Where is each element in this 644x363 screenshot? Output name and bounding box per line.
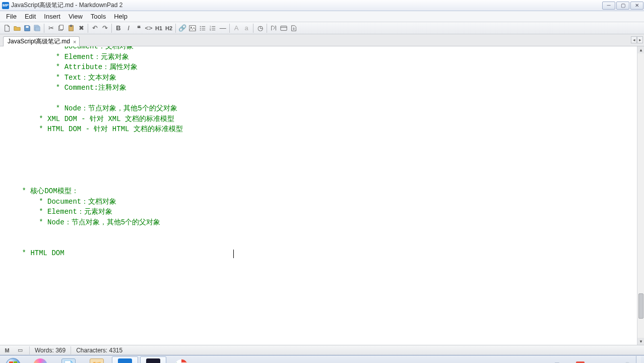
redo-icon[interactable]: ↷ (100, 23, 110, 33)
tab-scroll-right[interactable]: ▸ (637, 36, 643, 43)
export-icon[interactable] (289, 23, 299, 33)
code-icon[interactable]: <> (144, 23, 154, 33)
toolbar: ✂ ✖ ↶ ↷ B I ❝ <> H1 H2 🔗 123 — A a ◷ (0, 22, 644, 34)
image-icon[interactable] (187, 23, 198, 33)
menu-edit[interactable]: Edit (21, 12, 40, 21)
tray-icon-3[interactable]: ◐ (564, 361, 573, 364)
word-count: Words: 369 (35, 347, 66, 354)
bold-icon[interactable]: B (113, 23, 123, 33)
start-button[interactable] (1, 356, 25, 364)
tray-expand-icon[interactable]: ▴ (599, 361, 608, 364)
svg-text:3: 3 (210, 29, 211, 31)
tray-icon-1[interactable]: ◆ (541, 361, 550, 364)
tab-scroll-left[interactable]: ◂ (631, 36, 637, 43)
editor-area[interactable]: * Document：文档对象 * Element：元素对象 * Attribu… (0, 46, 644, 345)
delete-icon[interactable]: ✖ (76, 23, 86, 33)
editor-content[interactable]: * Document：文档对象 * Element：元素对象 * Attribu… (0, 46, 637, 259)
timestamp-icon[interactable]: ◷ (255, 23, 265, 33)
svg-rect-2 (59, 25, 63, 29)
taskbar-intellij[interactable]: IJ (140, 356, 166, 364)
tab-close-icon[interactable]: × (73, 39, 76, 45)
svg-point-6 (190, 26, 192, 28)
open-file-icon[interactable] (12, 23, 22, 33)
show-desktop-button[interactable] (636, 356, 641, 363)
cut-icon[interactable]: ✂ (46, 23, 56, 33)
close-button[interactable]: ✕ (630, 2, 643, 10)
lowercase-icon[interactable]: a (241, 23, 251, 33)
svg-rect-4 (70, 25, 72, 26)
status-bar: M ▭ Words: 369 Characters: 4315 (0, 345, 644, 355)
copy-icon[interactable] (56, 23, 66, 33)
text-cursor (233, 250, 234, 258)
menu-help[interactable]: Help (110, 12, 132, 21)
svg-point-8 (200, 28, 201, 29)
tab-bar: JavaScript高级笔记.md × ◂ ▸ (0, 34, 644, 46)
reading-mode-icon[interactable]: ▭ (16, 346, 24, 354)
document-tab[interactable]: JavaScript高级笔记.md × (3, 36, 80, 46)
windows-logo-icon (6, 358, 21, 364)
h1-icon[interactable]: H1 (154, 23, 164, 33)
paste-icon[interactable] (66, 23, 76, 33)
menu-file[interactable]: File (2, 12, 21, 21)
window-title: JavaScript高级笔记.md - MarkdownPad 2 (11, 1, 122, 10)
tray-volume-icon[interactable]: 🔊 (622, 361, 631, 364)
new-file-icon[interactable] (2, 23, 12, 33)
system-tray: document ◆ ☰ ◐ S ? ▴ ⚑ 🔊 (511, 355, 641, 363)
svg-rect-13 (281, 26, 287, 30)
vertical-scrollbar[interactable]: ▲ ▼ (637, 46, 644, 345)
tray-icon-help[interactable]: ? (588, 361, 596, 364)
taskbar-markdownpad[interactable]: MP (112, 356, 138, 364)
italic-icon[interactable]: I (123, 23, 134, 33)
h2-icon[interactable]: H2 (164, 23, 174, 33)
svg-point-7 (200, 26, 201, 27)
tray-icon-sogou[interactable]: S (576, 361, 585, 364)
link-icon[interactable]: 🔗 (177, 23, 187, 33)
taskbar: 📄 📁 MP IJ document ◆ ☰ ◐ S ? ▴ ⚑ 🔊 (0, 355, 644, 363)
scroll-up-arrow[interactable]: ▲ (637, 46, 644, 53)
taskbar-chrome[interactable] (168, 356, 195, 364)
tray-flag-icon[interactable]: ⚑ (611, 361, 619, 364)
taskbar-explorer[interactable]: 📁 (84, 356, 110, 364)
menu-tools[interactable]: Tools (87, 12, 110, 21)
scrollbar-thumb[interactable] (638, 293, 643, 319)
save-icon[interactable] (22, 23, 32, 33)
preview-icon[interactable] (269, 23, 279, 33)
menu-view[interactable]: View (65, 12, 87, 21)
app-icon: MP (2, 2, 9, 9)
scroll-down-arrow[interactable]: ▼ (637, 338, 644, 345)
svg-point-9 (200, 29, 201, 30)
markdown-mode-icon[interactable]: M (3, 346, 11, 354)
uppercase-icon[interactable]: A (231, 23, 241, 33)
maximize-button[interactable]: ▢ (616, 2, 629, 10)
title-bar: MP JavaScript高级笔记.md - MarkdownPad 2 ─ ▢… (0, 0, 644, 11)
minimize-button[interactable]: ─ (602, 2, 615, 10)
ol-icon[interactable]: 123 (208, 23, 218, 33)
ul-icon[interactable] (198, 23, 208, 33)
menu-insert[interactable]: Insert (40, 12, 65, 21)
save-all-icon[interactable] (32, 23, 42, 33)
quote-icon[interactable]: ❝ (134, 23, 144, 33)
svg-rect-0 (26, 26, 28, 28)
char-count: Characters: 4315 (76, 347, 122, 354)
tab-label: JavaScript高级笔记.md (8, 37, 70, 46)
hr-icon[interactable]: — (218, 23, 228, 33)
taskbar-app-1[interactable] (27, 356, 53, 364)
tray-icon-2[interactable]: ☰ (553, 361, 561, 364)
menu-bar: File Edit Insert View Tools Help (0, 11, 644, 22)
undo-icon[interactable]: ↶ (90, 23, 100, 33)
taskbar-notepad[interactable]: 📄 (55, 356, 82, 364)
browser-preview-icon[interactable] (279, 23, 289, 33)
